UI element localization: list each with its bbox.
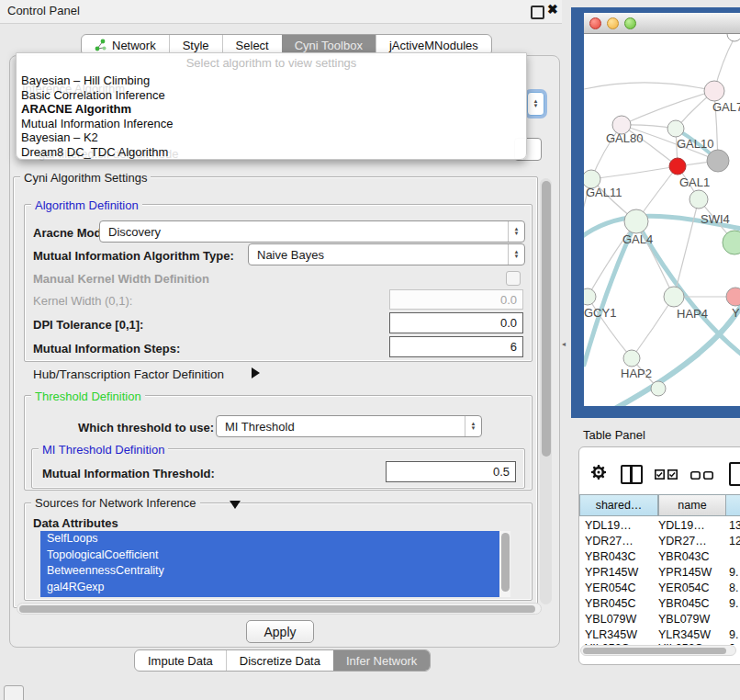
panel-corner-button[interactable] bbox=[4, 685, 24, 700]
network-node[interactable] bbox=[727, 34, 740, 41]
expand-right-icon[interactable] bbox=[252, 367, 260, 378]
network-node[interactable] bbox=[651, 381, 666, 396]
aracne-mode-combo[interactable]: Discovery ▲▼ bbox=[99, 220, 525, 243]
column-header-shared-name[interactable]: shared… bbox=[579, 494, 658, 516]
table-cell[interactable]: YBR045C bbox=[585, 597, 636, 610]
tab-impute-data[interactable]: Impute Data bbox=[135, 650, 226, 671]
network-node-gal4[interactable] bbox=[624, 209, 648, 233]
node-label: Y bbox=[732, 306, 740, 320]
algorithm-option-selected[interactable]: ARACNE Algorithm bbox=[21, 102, 131, 116]
table-hscrollbar-track[interactable] bbox=[580, 645, 736, 656]
node-label: GAL10 bbox=[677, 137, 713, 151]
table-cell[interactable]: 9. bbox=[729, 597, 738, 610]
attributes-scrollbar-thumb[interactable] bbox=[501, 533, 510, 592]
table-cell[interactable]: 8. bbox=[729, 581, 738, 594]
network-node-gal10[interactable] bbox=[667, 120, 684, 137]
table-cell[interactable]: 12 bbox=[729, 535, 740, 548]
dpi-tolerance-input[interactable]: 0.0 bbox=[389, 312, 523, 333]
split-view-icon[interactable] bbox=[621, 465, 643, 484]
table-cell[interactable]: 9. bbox=[729, 566, 738, 579]
table-cell[interactable]: YBR043C bbox=[585, 550, 636, 563]
node-label: GAL1 bbox=[679, 175, 710, 189]
mi-steps-input[interactable]: 6 bbox=[389, 336, 523, 357]
table-cell[interactable]: 13 bbox=[729, 519, 740, 532]
gear-icon[interactable] bbox=[590, 464, 607, 484]
table-hscrollbar-thumb[interactable] bbox=[583, 648, 726, 654]
mi-threshold-label: Mutual Information Threshold: bbox=[42, 467, 215, 480]
network-node-gal7[interactable] bbox=[704, 81, 724, 101]
collapse-down-icon[interactable] bbox=[230, 501, 241, 509]
network-node-gray[interactable] bbox=[707, 150, 729, 172]
mi-steps-label: Mutual Information Steps: bbox=[33, 342, 180, 356]
mi-type-label: Mutual Information Algorithm Type: bbox=[33, 249, 234, 263]
node-label: GCY1 bbox=[584, 306, 616, 320]
table-cell[interactable]: YER054C bbox=[585, 581, 636, 594]
new-table-icon[interactable] bbox=[729, 462, 740, 486]
table-cell[interactable]: YLR345W bbox=[585, 628, 637, 641]
apply-button[interactable]: Apply bbox=[246, 620, 314, 643]
float-window-icon[interactable] bbox=[531, 6, 544, 19]
which-threshold-combo[interactable]: MI Threshold ▲▼ bbox=[216, 415, 482, 437]
deselect-all-columns-icon[interactable] bbox=[690, 471, 713, 480]
attribute-item-selected[interactable]: SelfLoops bbox=[40, 531, 499, 548]
close-traffic-light-icon[interactable] bbox=[589, 17, 601, 29]
data-attributes-list[interactable]: SelfLoops TopologicalCoefficient Between… bbox=[40, 531, 499, 597]
table-cell[interactable]: YDL19… bbox=[585, 519, 632, 532]
sources-title: Sources for Network Inference bbox=[31, 496, 200, 510]
select-all-columns-icon[interactable] bbox=[655, 469, 678, 480]
table-cell[interactable]: 9. bbox=[729, 628, 738, 641]
table-cell[interactable]: YPR145W bbox=[585, 566, 638, 579]
algorithm-option[interactable]: Bayesian – K2 bbox=[21, 130, 98, 144]
mi-threshold-group-title: MI Threshold Definition bbox=[39, 443, 168, 457]
splitter-handle[interactable]: ◂ bbox=[562, 340, 566, 348]
tab-discretize-data[interactable]: Discretize Data bbox=[226, 650, 333, 671]
column-header-partial[interactable] bbox=[726, 494, 740, 516]
table-cell[interactable]: YBL079W bbox=[658, 613, 710, 626]
table-cell[interactable]: YBL079W bbox=[585, 613, 636, 626]
node-label: GAL11 bbox=[586, 186, 622, 199]
settings-scrollbar-thumb[interactable] bbox=[542, 181, 551, 457]
minimize-traffic-light-icon[interactable] bbox=[607, 17, 619, 29]
algorithm-option[interactable]: Mutual Information Inference bbox=[21, 117, 173, 130]
tab-infer-network[interactable]: Infer Network bbox=[333, 650, 430, 671]
settings-hscrollbar-track[interactable] bbox=[17, 603, 542, 615]
ghost-table-combo-value: gal-filtered.sif default node bbox=[39, 147, 178, 161]
mi-type-value: Naive Bayes bbox=[257, 248, 324, 262]
table-cell[interactable]: YDR27… bbox=[658, 535, 707, 548]
attribute-item-selected[interactable]: BetweennessCentrality bbox=[40, 563, 499, 580]
network-view-canvas[interactable]: GAL7 GAL80 GAL10 GAL1 GAL11 SWI4 GAL4 GC… bbox=[584, 34, 740, 406]
network-window-titlebar[interactable] bbox=[584, 13, 740, 34]
network-node-green[interactable] bbox=[723, 231, 740, 254]
network-node-gal1-selected[interactable] bbox=[669, 158, 686, 175]
table-cell[interactable]: YPR145W bbox=[658, 566, 712, 579]
column-header-name[interactable]: name bbox=[658, 494, 726, 516]
network-node-salmon[interactable] bbox=[726, 288, 740, 306]
table-cell[interactable]: YBR045C bbox=[658, 597, 710, 610]
attribute-item-selected[interactable]: gal4RGexp bbox=[40, 580, 499, 596]
table-body[interactable]: YDL19… YDL19… 13 YDR27… YDR27… 12 YBR043… bbox=[579, 517, 740, 645]
zoom-traffic-light-icon[interactable] bbox=[624, 17, 636, 29]
data-attributes-label: Data Attributes bbox=[33, 516, 118, 530]
network-node-hap2[interactable] bbox=[623, 350, 640, 367]
table-cell[interactable]: YLR345W bbox=[658, 628, 711, 641]
table-cell[interactable]: YDL19… bbox=[658, 519, 705, 532]
table-cell[interactable]: YBR043C bbox=[658, 550, 710, 563]
node-label: GAL80 bbox=[606, 131, 643, 145]
mi-type-combo[interactable]: Naive Bayes ▲▼ bbox=[248, 243, 525, 265]
table-cell[interactable]: YER054C bbox=[658, 581, 710, 594]
attribute-item-selected[interactable]: TopologicalCoefficient bbox=[40, 548, 499, 564]
manual-kernel-checkbox[interactable] bbox=[506, 271, 521, 286]
settings-scrollbar-track[interactable] bbox=[540, 178, 552, 604]
network-node-swi4[interactable] bbox=[690, 190, 708, 209]
mi-threshold-input[interactable]: 0.5 bbox=[386, 461, 516, 482]
settings-hscrollbar-thumb[interactable] bbox=[19, 605, 535, 613]
table-cell[interactable]: YDR27… bbox=[585, 535, 633, 548]
close-icon[interactable]: ✖ bbox=[547, 2, 558, 17]
attributes-scrollbar-track[interactable] bbox=[499, 531, 510, 597]
network-node-hap4[interactable] bbox=[664, 287, 684, 307]
network-node-gcy1[interactable] bbox=[584, 288, 596, 305]
kernel-width-input[interactable]: 0.0 bbox=[389, 289, 523, 310]
algorithm-select-popup: Select algorithm to view settings Bayesi… bbox=[16, 52, 527, 160]
inference-algorithm-combo-stepper[interactable]: ▲ ▼ bbox=[527, 92, 544, 116]
control-panel-title: Control Panel bbox=[7, 4, 80, 17]
